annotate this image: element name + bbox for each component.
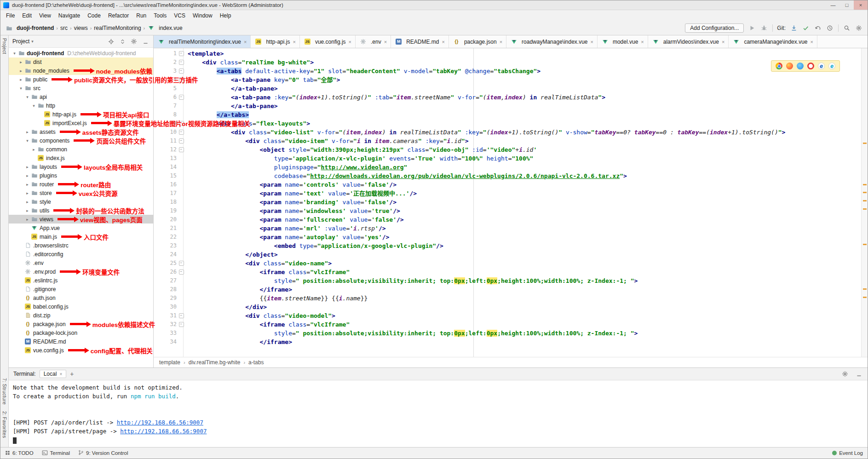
tree-item[interactable]: ▸viewsview视图、pages页面: [9, 215, 153, 224]
menu-vcs[interactable]: VCS: [170, 11, 189, 20]
editor-breadcrumb-item[interactable]: a-tabs: [248, 359, 264, 366]
expand-icon[interactable]: ▸: [24, 182, 30, 187]
tree-item[interactable]: ▸storevuex公共资源: [9, 189, 153, 197]
menu-run[interactable]: Run: [132, 11, 150, 20]
history-icon[interactable]: [826, 24, 834, 32]
pull-icon[interactable]: [790, 24, 798, 32]
firefox-icon[interactable]: [786, 63, 793, 69]
expand-icon[interactable]: ▸: [18, 77, 24, 82]
menu-navigate[interactable]: Navigate: [55, 11, 84, 20]
minimize-button[interactable]: —: [826, 0, 840, 10]
menu-view[interactable]: View: [35, 11, 55, 20]
tree-item[interactable]: JSimportExcel.js暴露环境变量地址给图片or视频资源路径变量相关: [9, 119, 153, 127]
collapse-icon[interactable]: [118, 37, 126, 46]
collapse-icon[interactable]: ▾: [31, 103, 37, 108]
fold-icon[interactable]: −: [178, 259, 184, 268]
new-terminal-button[interactable]: +: [70, 370, 74, 378]
close-button[interactable]: ×: [854, 0, 868, 10]
terminal-output[interactable]: Note that the development build is not o…: [9, 380, 868, 447]
close-icon[interactable]: ×: [293, 39, 295, 45]
ie-icon[interactable]: e: [818, 63, 825, 69]
editor-tab[interactable]: alarmVideos\index.vue×: [648, 35, 729, 48]
editor-tab[interactable]: .env×: [356, 35, 391, 48]
status-item-event-log[interactable]: Event Log: [832, 450, 863, 456]
expand-icon[interactable]: ▸: [31, 147, 37, 152]
chrome-icon[interactable]: [776, 63, 782, 69]
search-icon[interactable]: [843, 24, 851, 32]
bug-icon[interactable]: [760, 24, 768, 32]
close-icon[interactable]: ×: [349, 39, 351, 45]
editor-scrollbar[interactable]: [861, 48, 868, 357]
breadcrumb-item[interactable]: realTimeMonitoring: [94, 25, 141, 31]
editor-breadcrumb-item[interactable]: template: [159, 359, 180, 366]
tree-item[interactable]: {}auth.json: [9, 293, 153, 302]
rollback-icon[interactable]: [814, 24, 822, 32]
tree-item[interactable]: ▸layoutslayouts全局布局相关: [9, 162, 153, 171]
fold-icon[interactable]: −: [178, 311, 184, 320]
status-item-9-version-control[interactable]: 9: Version Control: [78, 450, 128, 456]
close-icon[interactable]: ×: [500, 39, 502, 45]
tree-item[interactable]: MREADME.md: [9, 337, 153, 346]
tree-item[interactable]: JSvue.config.jsconfig配置、代理相关: [9, 346, 153, 355]
breadcrumb-item[interactable]: src: [60, 25, 68, 31]
status-item-terminal[interactable]: Terminal: [42, 450, 70, 457]
tree-item[interactable]: JSmain.js入口文件: [9, 232, 153, 241]
menu-file[interactable]: File: [2, 11, 18, 20]
tree-item[interactable]: ▸plugins: [9, 171, 153, 180]
expand-icon[interactable]: ▸: [24, 191, 30, 195]
fold-icon[interactable]: −: [178, 49, 184, 58]
tree-item[interactable]: ▸routerrouter路由: [9, 180, 153, 189]
tree-item[interactable]: .gitignore: [9, 285, 153, 293]
edge-icon[interactable]: e: [828, 63, 835, 69]
expand-icon[interactable]: ▸: [18, 60, 24, 64]
safari-icon[interactable]: [797, 63, 804, 69]
fold-icon[interactable]: −: [178, 128, 184, 137]
collapse-icon[interactable]: ▾: [11, 51, 17, 56]
tree-item[interactable]: ▸node_modulesnode_modules依赖: [9, 66, 153, 75]
collapse-icon[interactable]: ▾: [24, 138, 30, 143]
tree-item[interactable]: .env: [9, 258, 153, 267]
menu-edit[interactable]: Edit: [18, 11, 35, 20]
tool-window-button[interactable]: 2: Favorites: [2, 411, 7, 438]
breadcrumb-item[interactable]: duoji-frontend: [17, 25, 54, 31]
tree-item[interactable]: JShttp-api.js项目相关api接口: [9, 110, 153, 119]
expand-icon[interactable]: ▸: [18, 69, 24, 73]
tree-item[interactable]: JSbabel.config.js: [9, 302, 153, 311]
editor-tab[interactable]: model.vue×: [598, 35, 648, 48]
editor-tab[interactable]: JShttp-api.js×: [251, 35, 299, 48]
breadcrumb-item[interactable]: views: [74, 25, 88, 31]
tree-item[interactable]: dist.zip: [9, 311, 153, 320]
close-icon[interactable]: ×: [442, 39, 444, 45]
tree-item[interactable]: ▸dist: [9, 57, 153, 66]
tree-item[interactable]: ▸utils封装的一些公共函数方法: [9, 206, 153, 215]
close-icon[interactable]: ×: [59, 372, 62, 377]
tree-item[interactable]: ▾components页面公共组件文件: [9, 136, 153, 145]
expand-icon[interactable]: ▸: [24, 130, 30, 134]
play-icon[interactable]: [748, 24, 756, 32]
hide-icon[interactable]: [141, 37, 149, 46]
tree-item[interactable]: {}package-lock.json: [9, 328, 153, 337]
maximize-button[interactable]: □: [840, 0, 854, 10]
editor-tab[interactable]: roadwayManage\index.vue×: [506, 35, 598, 48]
editor-tab[interactable]: {}package.json×: [449, 35, 506, 48]
expand-icon[interactable]: ▸: [24, 165, 30, 169]
hide-icon[interactable]: [855, 370, 863, 378]
expand-icon[interactable]: ▸: [24, 173, 30, 178]
locate-icon[interactable]: [107, 37, 115, 46]
collapse-icon[interactable]: ▾: [18, 86, 24, 91]
tree-item[interactable]: ▸assetsassets静态资源文件: [9, 127, 153, 136]
tree-item[interactable]: ▾duoji-frontendD:\zheheWeb\duoji-fronten…: [9, 49, 153, 57]
tree-item[interactable]: ▸publicpublic资源文件夹，一般放引用的第三方插件: [9, 75, 153, 84]
commit-icon[interactable]: [802, 24, 810, 32]
tool-window-button[interactable]: 7: Structure: [2, 378, 7, 405]
editor-tab[interactable]: MREADME.md×: [391, 35, 449, 48]
tree-item[interactable]: ▸style: [9, 197, 153, 206]
close-icon[interactable]: ×: [591, 39, 593, 45]
terminal-tab-local[interactable]: Local ×: [40, 370, 67, 378]
terminal-link[interactable]: http://192.168.66.56:9007: [120, 428, 207, 435]
project-panel-title[interactable]: Project: [12, 38, 29, 45]
status-item-6-todo[interactable]: 6: TODO: [5, 450, 34, 456]
collapse-icon[interactable]: ▾: [24, 95, 30, 99]
fold-icon[interactable]: −: [178, 67, 184, 75]
expand-icon[interactable]: ▸: [24, 208, 30, 213]
